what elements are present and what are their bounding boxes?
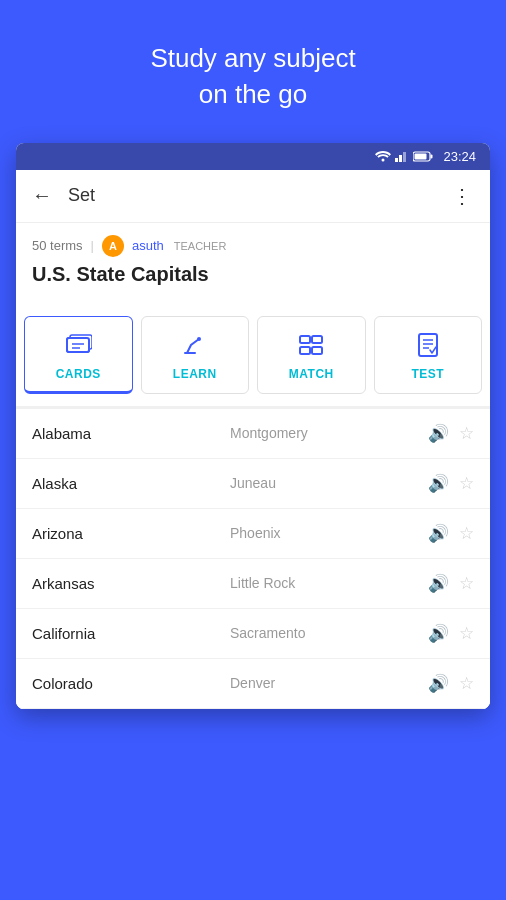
term-word: Alaska — [32, 475, 230, 492]
cards-label: CARDS — [56, 367, 101, 381]
term-row: Arizona Phoenix 🔊 ☆ — [16, 509, 490, 559]
svg-point-0 — [382, 159, 385, 162]
term-actions: 🔊 ☆ — [428, 523, 474, 544]
term-definition: Phoenix — [230, 525, 428, 541]
term-word: Arizona — [32, 525, 230, 542]
svg-rect-6 — [415, 153, 427, 159]
svg-rect-1 — [395, 158, 398, 162]
sound-button[interactable]: 🔊 — [428, 423, 449, 444]
term-actions: 🔊 ☆ — [428, 423, 474, 444]
status-bar: 23:24 — [16, 143, 490, 170]
hero-line1: Study any subject — [150, 43, 355, 73]
hero-line2: on the go — [199, 79, 307, 109]
study-modes: CARDS LEARN MATCH — [16, 304, 490, 409]
term-actions: 🔊 ☆ — [428, 573, 474, 594]
star-button[interactable]: ☆ — [459, 623, 474, 644]
term-word: California — [32, 625, 230, 642]
match-label: MATCH — [289, 367, 334, 381]
test-icon — [414, 331, 442, 359]
mode-match[interactable]: MATCH — [257, 316, 366, 394]
app-bar-title: Set — [68, 185, 436, 206]
term-definition: Denver — [230, 675, 428, 691]
sound-button[interactable]: 🔊 — [428, 473, 449, 494]
svg-rect-16 — [300, 347, 310, 354]
match-icon — [297, 331, 325, 359]
term-row: California Sacramento 🔊 ☆ — [16, 609, 490, 659]
term-definition: Juneau — [230, 475, 428, 491]
author-name[interactable]: asuth — [132, 238, 164, 253]
set-title: U.S. State Capitals — [32, 263, 474, 296]
term-actions: 🔊 ☆ — [428, 673, 474, 694]
svg-point-12 — [197, 337, 201, 341]
status-time: 23:24 — [443, 149, 476, 164]
teacher-badge: TEACHER — [174, 240, 227, 252]
app-bar: ← Set ⋮ — [16, 170, 490, 223]
author-avatar: A — [102, 235, 124, 257]
sound-button[interactable]: 🔊 — [428, 673, 449, 694]
term-actions: 🔊 ☆ — [428, 623, 474, 644]
svg-rect-5 — [431, 154, 433, 158]
terms-count: 50 terms — [32, 238, 83, 253]
svg-rect-3 — [403, 152, 406, 162]
svg-rect-2 — [399, 155, 402, 162]
learn-label: LEARN — [173, 367, 217, 381]
star-button[interactable]: ☆ — [459, 523, 474, 544]
star-button[interactable]: ☆ — [459, 473, 474, 494]
battery-icon — [413, 151, 433, 162]
term-word: Colorado — [32, 675, 230, 692]
term-definition: Montgomery — [230, 425, 428, 441]
svg-rect-17 — [312, 347, 322, 354]
svg-rect-15 — [312, 336, 322, 343]
svg-rect-18 — [419, 334, 437, 356]
mode-learn[interactable]: LEARN — [141, 316, 250, 394]
term-word: Alabama — [32, 425, 230, 442]
term-row: Colorado Denver 🔊 ☆ — [16, 659, 490, 709]
set-info: 50 terms | A asuth TEACHER U.S. State Ca… — [16, 223, 490, 304]
cards-icon — [64, 331, 92, 359]
more-button[interactable]: ⋮ — [452, 184, 474, 208]
mode-cards[interactable]: CARDS — [24, 316, 133, 394]
star-button[interactable]: ☆ — [459, 573, 474, 594]
test-label: TEST — [411, 367, 444, 381]
star-button[interactable]: ☆ — [459, 423, 474, 444]
learn-icon — [181, 331, 209, 359]
mode-test[interactable]: TEST — [374, 316, 483, 394]
term-row: Alaska Juneau 🔊 ☆ — [16, 459, 490, 509]
hero-section: Study any subject on the go — [0, 0, 506, 143]
sound-button[interactable]: 🔊 — [428, 523, 449, 544]
sound-button[interactable]: 🔊 — [428, 623, 449, 644]
signal-icon — [395, 150, 409, 162]
phone-mockup: 23:24 ← Set ⋮ 50 terms | A asuth TEACHER… — [16, 143, 490, 709]
term-definition: Little Rock — [230, 575, 428, 591]
pipe-divider: | — [91, 238, 94, 253]
wifi-icon — [375, 150, 391, 162]
set-meta: 50 terms | A asuth TEACHER — [32, 235, 474, 257]
star-button[interactable]: ☆ — [459, 673, 474, 694]
status-icons — [375, 150, 433, 162]
term-row: Arkansas Little Rock 🔊 ☆ — [16, 559, 490, 609]
term-row: Alabama Montgomery 🔊 ☆ — [16, 409, 490, 459]
sound-button[interactable]: 🔊 — [428, 573, 449, 594]
back-button[interactable]: ← — [32, 184, 52, 207]
svg-rect-14 — [300, 336, 310, 343]
term-word: Arkansas — [32, 575, 230, 592]
svg-rect-9 — [67, 338, 89, 352]
term-actions: 🔊 ☆ — [428, 473, 474, 494]
term-definition: Sacramento — [230, 625, 428, 641]
terms-list: Alabama Montgomery 🔊 ☆ Alaska Juneau 🔊 ☆… — [16, 409, 490, 709]
